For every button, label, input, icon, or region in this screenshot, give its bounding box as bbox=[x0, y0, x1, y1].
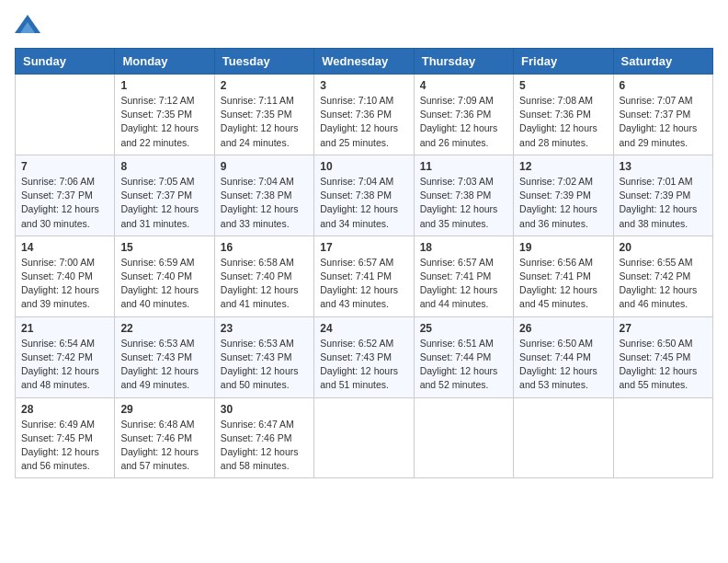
daylight-text: Daylight: 12 hours and 28 minutes. bbox=[519, 122, 597, 147]
sunrise-text: Sunrise: 7:08 AM bbox=[519, 95, 593, 106]
sunset-text: Sunset: 7:38 PM bbox=[320, 190, 392, 201]
sunset-text: Sunset: 7:36 PM bbox=[320, 109, 392, 120]
sunrise-text: Sunrise: 6:53 AM bbox=[221, 338, 294, 349]
calendar-day-cell: 11Sunrise: 7:03 AMSunset: 7:38 PMDayligh… bbox=[414, 155, 513, 236]
daylight-text: Daylight: 12 hours and 31 minutes. bbox=[120, 203, 199, 228]
calendar-day-cell: 2Sunrise: 7:11 AMSunset: 7:35 PMDaylight… bbox=[214, 75, 313, 155]
sunset-text: Sunset: 7:40 PM bbox=[120, 270, 192, 282]
day-of-week-header: Saturday bbox=[613, 49, 712, 75]
day-info: Sunrise: 6:53 AMSunset: 7:43 PMDaylight:… bbox=[221, 337, 308, 393]
sunrise-text: Sunrise: 6:49 AM bbox=[21, 419, 95, 430]
day-number: 21 bbox=[21, 322, 108, 335]
day-number: 5 bbox=[519, 79, 607, 92]
day-of-week-header: Monday bbox=[115, 49, 214, 75]
calendar-day-cell: 25Sunrise: 6:51 AMSunset: 7:44 PMDayligh… bbox=[414, 316, 513, 397]
daylight-text: Daylight: 12 hours and 38 minutes. bbox=[620, 203, 698, 228]
sunset-text: Sunset: 7:39 PM bbox=[620, 190, 691, 201]
sunrise-text: Sunrise: 7:12 AM bbox=[120, 95, 194, 106]
sunset-text: Sunset: 7:42 PM bbox=[21, 351, 93, 362]
calendar-week-row: 7Sunrise: 7:06 AMSunset: 7:37 PMDaylight… bbox=[16, 155, 713, 236]
daylight-text: Daylight: 12 hours and 36 minutes. bbox=[519, 203, 597, 228]
daylight-text: Daylight: 12 hours and 25 minutes. bbox=[320, 122, 398, 147]
daylight-text: Daylight: 12 hours and 30 minutes. bbox=[21, 203, 99, 228]
sunset-text: Sunset: 7:36 PM bbox=[519, 109, 591, 120]
daylight-text: Daylight: 12 hours and 56 minutes. bbox=[21, 446, 99, 471]
sunset-text: Sunset: 7:42 PM bbox=[620, 270, 691, 282]
day-number: 19 bbox=[519, 241, 607, 254]
sunset-text: Sunset: 7:39 PM bbox=[519, 190, 591, 201]
day-info: Sunrise: 7:11 AMSunset: 7:35 PMDaylight:… bbox=[221, 94, 308, 150]
calendar-day-cell bbox=[514, 397, 613, 478]
sunrise-text: Sunrise: 7:09 AM bbox=[420, 95, 494, 106]
day-info: Sunrise: 7:06 AMSunset: 7:37 PMDaylight:… bbox=[21, 175, 108, 231]
day-number: 18 bbox=[420, 241, 507, 254]
sunrise-text: Sunrise: 6:48 AM bbox=[120, 419, 194, 430]
calendar-day-cell: 30Sunrise: 6:47 AMSunset: 7:46 PMDayligh… bbox=[214, 397, 313, 478]
calendar-week-row: 1Sunrise: 7:12 AMSunset: 7:35 PMDaylight… bbox=[16, 75, 713, 155]
calendar-day-cell: 23Sunrise: 6:53 AMSunset: 7:43 PMDayligh… bbox=[214, 316, 313, 397]
daylight-text: Daylight: 12 hours and 43 minutes. bbox=[320, 284, 398, 309]
sunset-text: Sunset: 7:43 PM bbox=[221, 351, 292, 362]
day-number: 24 bbox=[320, 322, 407, 335]
day-number: 3 bbox=[320, 79, 407, 92]
day-number: 12 bbox=[519, 160, 607, 173]
day-number: 13 bbox=[620, 160, 707, 173]
day-info: Sunrise: 7:04 AMSunset: 7:38 PMDaylight:… bbox=[221, 175, 308, 231]
day-number: 7 bbox=[21, 160, 108, 173]
calendar-day-cell: 1Sunrise: 7:12 AMSunset: 7:35 PMDaylight… bbox=[115, 75, 214, 155]
day-info: Sunrise: 6:53 AMSunset: 7:43 PMDaylight:… bbox=[120, 337, 208, 393]
sunset-text: Sunset: 7:38 PM bbox=[221, 190, 292, 201]
calendar-day-cell: 21Sunrise: 6:54 AMSunset: 7:42 PMDayligh… bbox=[16, 316, 115, 397]
day-number: 4 bbox=[420, 79, 507, 92]
calendar-day-cell: 15Sunrise: 6:59 AMSunset: 7:40 PMDayligh… bbox=[115, 236, 214, 316]
sunrise-text: Sunrise: 7:04 AM bbox=[320, 176, 393, 187]
calendar-day-cell: 29Sunrise: 6:48 AMSunset: 7:46 PMDayligh… bbox=[115, 397, 214, 478]
daylight-text: Daylight: 12 hours and 34 minutes. bbox=[320, 203, 398, 228]
daylight-text: Daylight: 12 hours and 46 minutes. bbox=[620, 284, 698, 309]
sunrise-text: Sunrise: 7:05 AM bbox=[120, 176, 194, 187]
calendar-day-cell: 6Sunrise: 7:07 AMSunset: 7:37 PMDaylight… bbox=[613, 75, 712, 155]
sunset-text: Sunset: 7:41 PM bbox=[519, 270, 591, 282]
sunrise-text: Sunrise: 6:53 AM bbox=[120, 338, 194, 349]
day-info: Sunrise: 6:57 AMSunset: 7:41 PMDaylight:… bbox=[420, 256, 507, 312]
calendar-day-cell: 17Sunrise: 6:57 AMSunset: 7:41 PMDayligh… bbox=[314, 236, 414, 316]
sunrise-text: Sunrise: 6:47 AM bbox=[221, 419, 294, 430]
page-header bbox=[15, 15, 713, 37]
calendar-day-cell bbox=[16, 75, 115, 155]
calendar-day-cell: 22Sunrise: 6:53 AMSunset: 7:43 PMDayligh… bbox=[115, 316, 214, 397]
day-info: Sunrise: 7:00 AMSunset: 7:40 PMDaylight:… bbox=[21, 256, 108, 312]
day-info: Sunrise: 6:51 AMSunset: 7:44 PMDaylight:… bbox=[420, 337, 507, 393]
daylight-text: Daylight: 12 hours and 49 minutes. bbox=[120, 365, 199, 390]
sunset-text: Sunset: 7:36 PM bbox=[420, 109, 492, 120]
day-info: Sunrise: 6:47 AMSunset: 7:46 PMDaylight:… bbox=[221, 418, 308, 474]
calendar-day-cell: 12Sunrise: 7:02 AMSunset: 7:39 PMDayligh… bbox=[514, 155, 613, 236]
day-info: Sunrise: 7:03 AMSunset: 7:38 PMDaylight:… bbox=[420, 175, 507, 231]
day-number: 9 bbox=[221, 160, 308, 173]
day-info: Sunrise: 7:12 AMSunset: 7:35 PMDaylight:… bbox=[120, 94, 208, 150]
sunset-text: Sunset: 7:41 PM bbox=[320, 270, 392, 282]
calendar-week-row: 28Sunrise: 6:49 AMSunset: 7:45 PMDayligh… bbox=[16, 397, 713, 478]
calendar-day-cell: 8Sunrise: 7:05 AMSunset: 7:37 PMDaylight… bbox=[115, 155, 214, 236]
sunset-text: Sunset: 7:44 PM bbox=[420, 351, 492, 362]
sunrise-text: Sunrise: 6:51 AM bbox=[420, 338, 494, 349]
day-number: 15 bbox=[120, 241, 208, 254]
sunrise-text: Sunrise: 6:52 AM bbox=[320, 338, 393, 349]
day-number: 14 bbox=[21, 241, 108, 254]
day-number: 6 bbox=[620, 79, 707, 92]
daylight-text: Daylight: 12 hours and 58 minutes. bbox=[221, 446, 299, 471]
sunrise-text: Sunrise: 6:58 AM bbox=[221, 257, 294, 268]
daylight-text: Daylight: 12 hours and 24 minutes. bbox=[221, 122, 299, 147]
calendar-day-cell: 9Sunrise: 7:04 AMSunset: 7:38 PMDaylight… bbox=[214, 155, 313, 236]
day-number: 29 bbox=[120, 403, 208, 416]
day-info: Sunrise: 7:08 AMSunset: 7:36 PMDaylight:… bbox=[519, 94, 607, 150]
sunrise-text: Sunrise: 6:57 AM bbox=[420, 257, 494, 268]
sunset-text: Sunset: 7:37 PM bbox=[120, 190, 192, 201]
day-number: 17 bbox=[320, 241, 407, 254]
sunrise-text: Sunrise: 6:57 AM bbox=[320, 257, 393, 268]
calendar-day-cell bbox=[414, 397, 513, 478]
day-number: 27 bbox=[620, 322, 707, 335]
daylight-text: Daylight: 12 hours and 39 minutes. bbox=[21, 284, 99, 309]
calendar-day-cell: 20Sunrise: 6:55 AMSunset: 7:42 PMDayligh… bbox=[613, 236, 712, 316]
calendar-day-cell: 3Sunrise: 7:10 AMSunset: 7:36 PMDaylight… bbox=[314, 75, 414, 155]
sunset-text: Sunset: 7:37 PM bbox=[620, 109, 691, 120]
